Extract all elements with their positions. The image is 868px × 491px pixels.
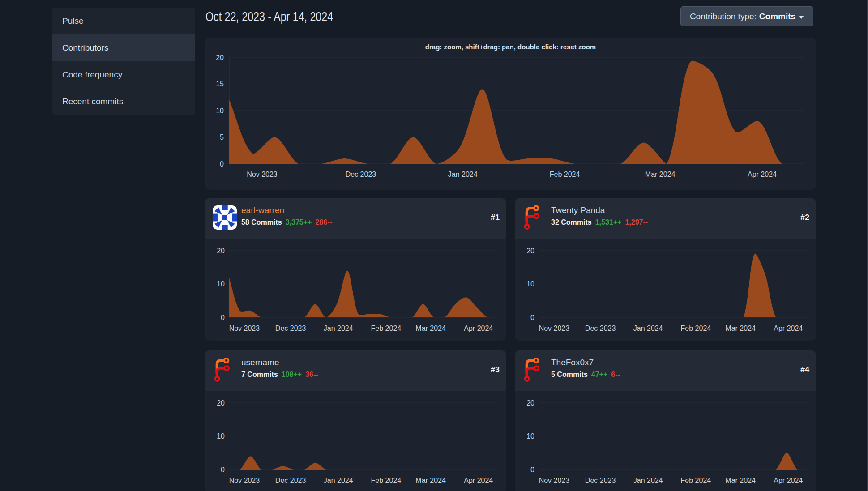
svg-text:Feb 2024: Feb 2024: [681, 324, 711, 332]
commit-count: 7 Commits: [241, 370, 278, 380]
svg-text:20: 20: [217, 247, 225, 255]
contributor-rank-badge: #4: [800, 365, 809, 375]
contributor-card-header: earl-warren 58 Commits 3,375++ 286-- #1: [205, 198, 506, 239]
contributor-commits-chart[interactable]: 01020Nov 2023Dec 2023Jan 2024Feb 2024Mar…: [205, 239, 506, 341]
svg-text:Apr 2024: Apr 2024: [464, 324, 493, 332]
forgejo-logo-avatar-image: [213, 358, 237, 382]
svg-text:Nov 2023: Nov 2023: [229, 324, 260, 332]
svg-text:0: 0: [221, 314, 225, 321]
svg-text:0: 0: [530, 314, 534, 321]
contributor-name[interactable]: Twenty Panda: [551, 205, 605, 216]
svg-text:Dec 2023: Dec 2023: [346, 171, 376, 178]
contributor-card-header: username 7 Commits 108++ 36-- #3: [205, 350, 506, 391]
svg-text:Jan 2024: Jan 2024: [324, 477, 353, 484]
contributor-commits-chart[interactable]: 01020Nov 2023Dec 2023Jan 2024Feb 2024Mar…: [515, 391, 816, 491]
contribution-type-label: Contribution type:: [690, 12, 757, 21]
contributor-rank-badge: #1: [491, 213, 500, 222]
contributor-stats: 32 Commits 1,531++ 1,297--: [551, 218, 648, 227]
svg-text:Mar 2024: Mar 2024: [645, 171, 676, 178]
svg-text:Feb 2024: Feb 2024: [371, 477, 402, 484]
svg-text:0: 0: [221, 466, 225, 474]
svg-text:20: 20: [217, 399, 225, 407]
deletions-count: 36--: [305, 370, 318, 380]
svg-text:Apr 2024: Apr 2024: [464, 477, 493, 484]
sidebar-item-pulse[interactable]: Pulse: [52, 8, 195, 34]
commit-count: 5 Commits: [551, 370, 588, 380]
additions-count: 3,375++: [286, 218, 312, 227]
svg-text:Feb 2024: Feb 2024: [550, 171, 580, 178]
avatar[interactable]: [522, 358, 547, 382]
svg-text:0: 0: [530, 466, 534, 474]
svg-text:Jan 2024: Jan 2024: [633, 477, 663, 484]
chevron-down-icon: [799, 16, 804, 19]
svg-text:20: 20: [526, 399, 534, 407]
svg-text:10: 10: [217, 432, 225, 440]
top-window-border: [0, 0, 868, 0]
svg-text:Nov 2023: Nov 2023: [539, 324, 570, 332]
contributor-rank-badge: #2: [800, 213, 809, 222]
contributor-card-1: earl-warren 58 Commits 3,375++ 286-- #1 …: [205, 198, 506, 341]
avatar[interactable]: [213, 358, 237, 382]
avatar[interactable]: [213, 205, 237, 230]
sidebar-item-recent-commits[interactable]: Recent commits: [52, 88, 195, 115]
contributor-commits-chart[interactable]: 01020Nov 2023Dec 2023Jan 2024Feb 2024Mar…: [205, 391, 506, 491]
svg-text:10: 10: [216, 107, 224, 115]
contributor-stats: 5 Commits 47++ 6--: [551, 370, 620, 380]
svg-text:Dec 2023: Dec 2023: [275, 477, 306, 484]
avatar[interactable]: [522, 205, 547, 230]
contributor-name[interactable]: TheFox0x7: [551, 358, 594, 368]
sidebar-item-code-frequency[interactable]: Code frequency: [52, 61, 195, 88]
contributor-stats: 7 Commits 108++ 36--: [241, 370, 318, 380]
svg-text:Apr 2024: Apr 2024: [748, 171, 777, 178]
sidebar-item-contributors[interactable]: Contributors: [52, 34, 195, 61]
contributor-commits-chart[interactable]: 01020Nov 2023Dec 2023Jan 2024Feb 2024Mar…: [515, 239, 816, 341]
contributor-card-header: Twenty Panda 32 Commits 1,531++ 1,297-- …: [515, 198, 816, 239]
contributor-card-4: TheFox0x7 5 Commits 47++ 6-- #4 01020Nov…: [515, 350, 816, 491]
svg-text:0: 0: [220, 160, 224, 168]
svg-text:Jan 2024: Jan 2024: [633, 324, 663, 332]
contribution-type-button[interactable]: Contribution type: Commits: [680, 6, 813, 26]
additions-count: 1,531++: [595, 218, 622, 227]
svg-text:Mar 2024: Mar 2024: [725, 324, 756, 332]
svg-text:10: 10: [526, 432, 534, 440]
overall-commits-chart[interactable]: 05101520Nov 2023Dec 2023Jan 2024Feb 2024…: [205, 38, 816, 190]
commit-count: 58 Commits: [241, 218, 282, 227]
additions-count: 108++: [282, 370, 302, 380]
svg-text:Feb 2024: Feb 2024: [371, 324, 402, 332]
forgejo-logo-avatar-image: [522, 358, 547, 382]
identicon-avatar-image: [213, 205, 237, 230]
contributor-card-header: TheFox0x7 5 Commits 47++ 6-- #4: [515, 350, 816, 391]
svg-text:Jan 2024: Jan 2024: [448, 171, 478, 178]
additions-count: 47++: [591, 370, 607, 380]
page-title-date-range: Oct 22, 2023 - Apr 14, 2024: [205, 10, 333, 23]
svg-text:Nov 2023: Nov 2023: [539, 477, 570, 484]
svg-text:5: 5: [220, 133, 224, 141]
deletions-count: 1,297--: [625, 218, 648, 227]
svg-text:Dec 2023: Dec 2023: [585, 477, 616, 484]
contributor-stats: 58 Commits 3,375++ 286--: [241, 218, 332, 227]
svg-text:Dec 2023: Dec 2023: [275, 324, 306, 332]
svg-text:15: 15: [216, 80, 224, 88]
svg-text:10: 10: [526, 280, 534, 288]
svg-text:Mar 2024: Mar 2024: [415, 477, 446, 484]
svg-text:Mar 2024: Mar 2024: [725, 477, 756, 484]
svg-text:Feb 2024: Feb 2024: [681, 477, 711, 484]
svg-text:Jan 2024: Jan 2024: [324, 324, 353, 332]
contributor-card-3: username 7 Commits 108++ 36-- #3 01020No…: [205, 350, 506, 491]
svg-text:Apr 2024: Apr 2024: [774, 477, 803, 484]
svg-text:10: 10: [217, 280, 225, 288]
contributor-name[interactable]: username: [241, 358, 279, 368]
contributors-page: { "header": { "date_range": "Oct 22, 202…: [0, 0, 868, 491]
commit-count: 32 Commits: [551, 218, 592, 227]
svg-text:Apr 2024: Apr 2024: [774, 324, 803, 332]
contributor-card-2: Twenty Panda 32 Commits 1,531++ 1,297-- …: [515, 198, 816, 341]
svg-text:20: 20: [216, 54, 224, 61]
svg-text:Mar 2024: Mar 2024: [415, 324, 446, 332]
svg-text:Nov 2023: Nov 2023: [247, 171, 278, 178]
svg-text:Dec 2023: Dec 2023: [585, 324, 616, 332]
deletions-count: 6--: [611, 370, 620, 380]
forgejo-logo-avatar-image: [522, 205, 547, 230]
contributor-name[interactable]: earl-warren: [241, 205, 284, 216]
overall-commits-chart-card: drag: zoom, shift+drag: pan, double clic…: [205, 38, 816, 190]
svg-text:Nov 2023: Nov 2023: [229, 477, 260, 484]
